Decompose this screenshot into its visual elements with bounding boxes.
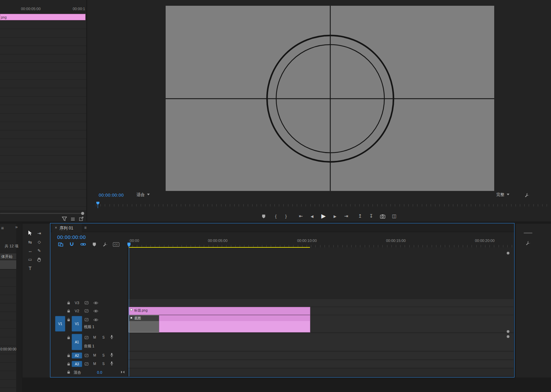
captions-cc-icon[interactable]: CC [113, 242, 119, 247]
a2-track-lane[interactable] [128, 352, 513, 359]
monitor-scrub-ruler[interactable] [96, 204, 549, 206]
mark-in-button[interactable]: { [272, 213, 280, 219]
a3-mute-button[interactable]: M [92, 361, 97, 366]
type-tool-button[interactable]: T [27, 265, 33, 271]
panel-menu-icon[interactable]: ≡ [84, 226, 87, 230]
v3-lock-icon[interactable] [67, 300, 71, 305]
playback-resolution-dropdown[interactable]: 完整 [496, 193, 509, 197]
v2-sync-lock-icon[interactable] [84, 309, 89, 313]
extract-button[interactable]: ↧ [367, 213, 375, 219]
rectangle-tool-button[interactable]: ▭ [27, 256, 33, 263]
scrollbar-handle[interactable] [507, 330, 509, 333]
a1-lock-icon[interactable] [67, 335, 71, 340]
master-lock-icon[interactable] [67, 370, 71, 374]
add-marker-icon[interactable] [92, 242, 97, 247]
v3-sync-lock-icon[interactable] [84, 300, 89, 305]
step-forward-button[interactable]: ▶ [331, 213, 339, 220]
v3-toggle-visibility-eye-icon[interactable] [93, 301, 98, 304]
master-gain-value[interactable]: 0.0 [97, 371, 102, 374]
tools-panel: ⇥ ⇆ ◇ ↔ ✎ ▭ T [22, 224, 51, 377]
razor-tool-button[interactable]: ◇ [36, 239, 42, 245]
selection-tool-button[interactable] [27, 230, 33, 236]
lift-button[interactable]: ↥ [356, 213, 364, 219]
sequence-tab[interactable]: × 序列 01 [52, 223, 82, 232]
zoom-scrollbar[interactable] [0, 213, 82, 214]
a1-sync-lock-icon[interactable] [84, 335, 89, 340]
v1-sync-lock-icon[interactable] [84, 317, 89, 322]
monitor-settings-wrench-icon[interactable] [524, 192, 530, 198]
program-monitor-panel: 00:00:00:00 适合 完整 { } ⇤ ◀ ▶ ▶ ⇥ ↥ ↧ ◫ [87, 0, 551, 221]
master-track-lane [128, 369, 513, 376]
snap-magnet-icon[interactable] [69, 242, 74, 247]
v1-track-target-button[interactable]: V1 [72, 316, 82, 332]
slip-tool-button[interactable]: ↔ [27, 248, 33, 254]
a2-sync-lock-icon[interactable] [84, 353, 89, 358]
clip-v2-title-png[interactable]: 标题.png [129, 307, 310, 315]
program-timecode[interactable]: 00:00:00:00 [99, 193, 124, 197]
v1-toggle-visibility-eye-icon[interactable] [93, 318, 98, 321]
go-to-out-button[interactable]: ⇥ [342, 213, 350, 219]
a3-voiceover-mic-icon[interactable] [110, 361, 114, 366]
timeline-timecode[interactable]: 00:00:00:00 [57, 235, 86, 240]
a3-track-lane[interactable] [128, 360, 513, 368]
expand-panels-icon[interactable]: » [15, 225, 18, 229]
transport-bar: { } ⇤ ◀ ▶ ▶ ⇥ ↥ ↧ ◫ [87, 212, 551, 221]
linked-selection-icon[interactable] [80, 242, 86, 246]
list-view-icon[interactable] [70, 217, 75, 221]
column-header-cell[interactable]: 体开始 [0, 253, 16, 260]
a2-voiceover-mic-icon[interactable] [110, 352, 114, 358]
v1-lock-icon[interactable] [67, 317, 71, 322]
a2-track-target-button[interactable]: A2 [72, 352, 82, 359]
premiere-window: 00:00:05:00 00:00:1 png 00:00:00:00 [0, 0, 551, 392]
a2-mute-button[interactable]: M [92, 353, 97, 358]
comparison-view-button[interactable]: ◫ [390, 213, 398, 219]
v3-track-lane[interactable] [128, 299, 513, 307]
hand-tool-button[interactable] [36, 256, 42, 263]
source-clip[interactable]: png [0, 14, 86, 20]
timeline-settings-wrench-icon[interactable] [102, 242, 108, 247]
a2-solo-button[interactable]: S [101, 353, 106, 358]
a3-sync-lock-icon[interactable] [84, 362, 89, 366]
v2-toggle-visibility-eye-icon[interactable] [93, 309, 98, 313]
add-marker-button[interactable] [260, 213, 267, 220]
clip-v1-base-selected[interactable]: 底图 [129, 315, 159, 332]
keyframe-nav-icon[interactable] [120, 370, 125, 374]
scrollbar-handle[interactable] [507, 335, 509, 338]
go-to-in-button[interactable]: ⇤ [297, 213, 305, 219]
panel-settings-wrench-icon[interactable] [525, 240, 531, 246]
a1-track-target-button[interactable]: A1 [72, 334, 82, 350]
mark-out-button[interactable]: } [282, 213, 290, 219]
a1-voiceover-mic-icon[interactable] [110, 335, 114, 340]
a3-solo-button[interactable]: S [101, 361, 106, 366]
clip-v1-pink[interactable] [159, 315, 310, 332]
selected-project-row[interactable] [0, 260, 16, 269]
filter-icon[interactable] [62, 216, 67, 221]
v2-lock-icon[interactable] [67, 309, 71, 313]
ruler-label: 00:00:15:00 [384, 239, 407, 243]
export-icon[interactable] [79, 216, 84, 221]
insert-nested-icon[interactable] [58, 242, 63, 247]
play-button[interactable]: ▶ [320, 212, 327, 220]
a3-track-target-button[interactable]: A3 [72, 361, 82, 367]
a2-lock-icon[interactable] [67, 353, 71, 358]
export-frame-camera-icon[interactable] [379, 213, 386, 220]
a1-solo-button[interactable]: S [101, 335, 106, 340]
tab-close-icon[interactable]: × [55, 226, 57, 230]
scrollbar-thumb[interactable] [524, 232, 532, 234]
track-select-tool-button[interactable]: ⇥ [36, 230, 42, 236]
fit-dropdown[interactable]: 适合 [137, 193, 150, 197]
step-back-button[interactable]: ◀ [308, 213, 316, 220]
a1-mute-button[interactable]: M [92, 335, 97, 340]
a1-track-name: 音频 1 [84, 344, 94, 348]
ripple-edit-tool-button[interactable]: ⇆ [27, 239, 33, 245]
a3-lock-icon[interactable] [67, 362, 71, 366]
pen-tool-button[interactable]: ✎ [36, 248, 42, 254]
a1-track-lane[interactable] [128, 333, 513, 351]
panel-menu-icon[interactable]: ≡ [1, 226, 4, 230]
v2-track-label[interactable]: V2 [75, 309, 79, 313]
v3-track-label[interactable]: V3 [75, 301, 79, 305]
zoom-scrollbar-handle[interactable] [81, 212, 84, 215]
scrollbar-handle[interactable] [507, 252, 509, 254]
v1-source-patch-button[interactable]: V1 [55, 316, 65, 332]
monitor-playhead-line [98, 203, 98, 208]
